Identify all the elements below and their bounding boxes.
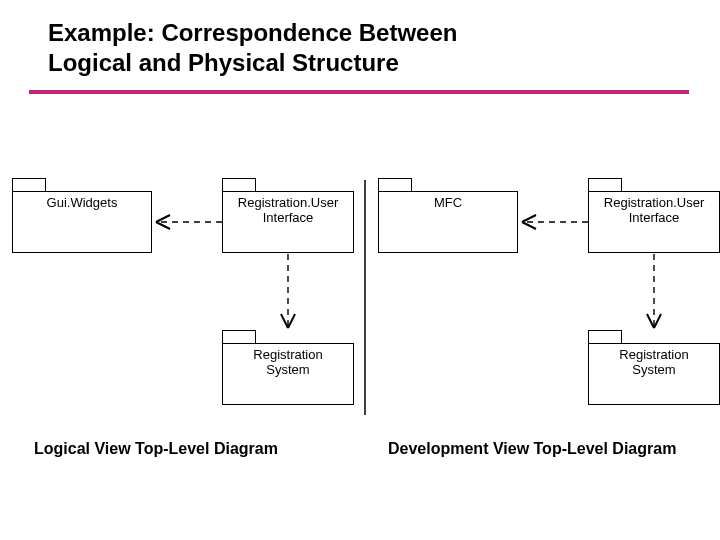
title-line2: Logical and Physical Structure bbox=[48, 49, 399, 76]
connectors-overlay bbox=[0, 0, 720, 540]
package-label: MFC bbox=[434, 196, 462, 211]
slide-title: Example: Correspondence Between Logical … bbox=[48, 18, 457, 78]
title-line1: Example: Correspondence Between bbox=[48, 19, 457, 46]
caption-right: Development View Top-Level Diagram bbox=[388, 440, 676, 458]
package-label: Gui.Widgets bbox=[47, 196, 118, 211]
package-label: Registration.User Interface bbox=[604, 196, 704, 226]
package-label: Registration System bbox=[253, 348, 322, 378]
caption-left: Logical View Top-Level Diagram bbox=[34, 440, 278, 458]
package-label: Registration.User Interface bbox=[238, 196, 338, 226]
title-underline bbox=[29, 90, 689, 94]
package-label: Registration System bbox=[619, 348, 688, 378]
